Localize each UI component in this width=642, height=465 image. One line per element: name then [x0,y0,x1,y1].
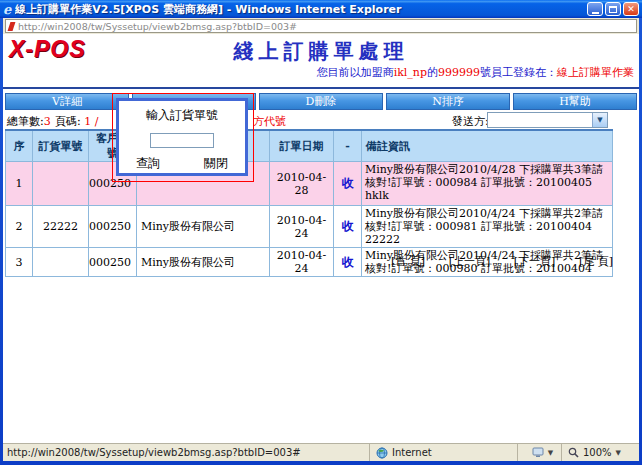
dialog-query-button[interactable]: 查詢 [136,155,160,172]
table-header-row: 序 訂貨單號 客戶代號 客戶名稱 訂單日期 - 備註資訊 [6,130,613,162]
dialog-close-button[interactable]: 關閉 [204,155,228,172]
col-order-no[interactable]: 訂貨單號 [33,130,89,162]
security-zone-panel: Internet [369,444,517,461]
zoom-control[interactable]: 100% ▼ [561,444,635,461]
employee-number: 999999 [438,66,480,79]
page-content: X-POS 綫上訂購單處理 您目前以加盟商ikl_np的999999號員工登錄在… [3,34,639,443]
cell-order-no [33,248,89,277]
sender-label: 發送方: [452,114,489,129]
cell-order-date: 2010-04-24 [270,248,334,277]
cell-seq: 3 [6,248,33,277]
help-button[interactable]: H幫助 [513,93,637,110]
info-bar: 總筆數:3 頁碼: 1 / 方代號 發送方: ▼ [3,112,639,129]
chevron-down-icon: ▼ [616,449,621,457]
toolbar: V詳細 D刪除 N排序 H幫助 [3,87,639,110]
col-order-date[interactable]: 訂單日期 [270,130,334,162]
cell-order-date: 2010-04-28 [270,162,334,206]
order-number-input[interactable] [150,133,214,148]
cell-customer-name: Miny股份有限公司 [137,248,270,277]
maximize-button[interactable] [605,2,621,16]
first-page-link[interactable]: [首 頁] [391,254,425,269]
cell-customer-code: 000250 [89,248,137,277]
chevron-down-icon[interactable]: ▼ [592,113,607,127]
cell-remark: Miny股份有限公司2010/4/28 下採購單共3筆請核對!訂單號：00098… [362,162,613,206]
login-status-text: 號員工登錄在： [480,66,557,79]
table-row[interactable]: 1 000250 2010-04-28 收 Miny股份有限公司2010/4/2… [6,162,613,206]
cell-order-no [33,162,89,206]
internet-globe-icon [376,447,388,459]
protected-mode-panel[interactable]: ▼ [517,444,561,461]
window-title: 線上訂購單作業V2.5[XPOS 雲端商務網] - Windows Intern… [15,2,587,17]
window-controls: ✕ [587,2,639,16]
address-field[interactable]: http://win2008/tw/Syssetup/viewb2bmsg.as… [5,19,637,33]
sender-select[interactable]: ▼ [487,112,608,128]
magnifier-icon [568,447,579,458]
cell-seq: 1 [6,162,33,206]
cell-flag: 收 [334,248,362,277]
module-name: 線上訂購單作業 [557,66,634,79]
minimize-button[interactable] [587,2,603,16]
col-flag[interactable]: - [334,130,362,162]
address-bar: http://win2008/tw/Syssetup/viewb2bmsg.as… [3,18,639,34]
cell-order-no: 22222 [33,206,89,248]
cell-customer-name: Miny股份有限公司 [137,206,270,248]
cell-customer-code: 000250 [89,206,137,248]
cell-order-date: 2010-04-24 [270,206,334,248]
cell-flag: 收 [334,162,362,206]
pagination: [首 頁] [上一頁] [下一頁] [尾 頁] [391,254,613,269]
browser-window: e 線上訂購單作業V2.5[XPOS 雲端商務網] - Windows Inte… [0,0,642,465]
title-bar: e 線上訂購單作業V2.5[XPOS 雲端商務網] - Windows Inte… [0,0,642,18]
col-seq[interactable]: 序 [6,130,33,162]
sort-button[interactable]: N排序 [386,93,510,110]
close-button[interactable]: ✕ [623,2,639,16]
page-title: 綫上訂購單處理 [3,38,639,65]
protected-mode-icon [532,447,544,458]
detail-button[interactable]: V詳細 [5,93,129,110]
cell-flag: 收 [334,206,362,248]
obscured-hint-text: 方代號 [253,114,286,129]
status-bar: http://win2008/tw/Syssetup/viewb2bmsg.as… [3,443,639,461]
address-url: http://win2008/tw/Syssetup/viewb2bmsg.as… [18,21,297,32]
dialog-actions: 查詢 關閉 [119,155,245,172]
login-status-text: 您目前以加盟商 [317,66,394,79]
login-status-text: 的 [427,66,438,79]
prev-page-link[interactable]: [上一頁] [449,254,491,269]
page-status-icon [8,22,16,31]
dialog-title: 輸入訂貨單號 [119,107,245,124]
page-number: 頁碼: 1 / [55,114,98,129]
cell-remark: Miny股份有限公司2010/4/24 下採購單共2筆請核對!訂單號：00098… [362,206,613,248]
zoom-level: 100% [583,447,612,458]
table-row[interactable]: 2 22222 000250 Miny股份有限公司 2010-04-24 收 M… [6,206,613,248]
status-url: http://win2008/tw/Syssetup/viewb2bmsg.as… [7,447,369,458]
zone-label: Internet [392,447,432,458]
next-page-link[interactable]: [下一頁] [514,254,556,269]
chevron-down-icon: ▼ [548,449,553,457]
col-remark[interactable]: 備註資訊 [362,130,613,162]
ie-logo-icon: e [3,2,11,17]
last-page-link[interactable]: [尾 頁] [579,254,613,269]
delete-button[interactable]: D刪除 [259,93,383,110]
login-status: 您目前以加盟商ikl_np的999999號員工登錄在：線上訂購單作業 [317,65,634,80]
order-number-dialog: 輸入訂貨單號 查詢 關閉 [116,98,248,176]
total-count: 總筆數:3 [7,114,51,129]
cell-seq: 2 [6,206,33,248]
merchant-code: ikl_np [394,66,427,79]
